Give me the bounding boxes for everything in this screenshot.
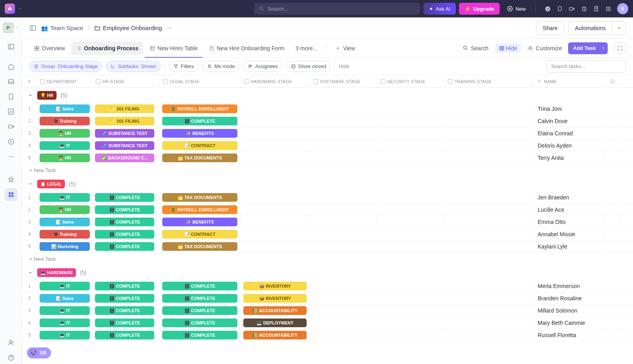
cell-training-stage[interactable] [445,127,534,139]
cell-security-stage[interactable] [377,127,445,139]
tab-overview[interactable]: Overview [29,42,70,55]
status-tag[interactable]: 💻 IT [40,318,90,327]
cell-software-stage[interactable] [310,317,377,329]
cell-training-stage[interactable] [445,305,534,317]
cell-training-stage[interactable] [445,204,534,216]
status-tag[interactable]: 📁 201 FILING [95,117,154,125]
status-tag[interactable]: 🗂️ TAX DOCUMENTS [162,193,237,202]
automations-caret[interactable] [612,21,626,35]
status-tag[interactable]: 🗂️ TAX DOCUMENTS [162,242,237,251]
status-tag[interactable]: ✨ BENEFITS [162,218,237,226]
tab-onboarding-process[interactable]: Onboarding Process [71,42,143,55]
cell-hr-stage[interactable]: 🗄️ COMPLETE [93,204,160,216]
hide-filters-button[interactable]: Hide [339,63,349,69]
tab-new-hires-table[interactable]: New Hires Table [145,39,203,58]
cell-department[interactable]: 👩‍💼 HR [37,127,93,139]
favorites-icon[interactable] [5,173,17,186]
cell-security-stage[interactable] [377,103,445,115]
col-hr-stage[interactable]: HR STAGE [93,75,160,87]
cell-hr-stage[interactable]: 🗄️ COMPLETE [93,292,160,304]
status-tag[interactable]: 💻 IT [40,331,90,339]
cell-hr-stage[interactable]: 🗄️ COMPLETE [93,216,160,228]
cell-hr-stage[interactable]: 🗄️ COMPLETE [93,228,160,240]
status-tag[interactable]: 💻 IT [40,141,90,150]
table-row[interactable]: 2 👩‍💼 HR 🗄️ COMPLETE 💲 PAYROLL ENROLLMEN… [22,204,633,216]
status-tag[interactable]: 🎓 Training [40,230,90,239]
table-row[interactable]: 5 📊 Marketing 🗄️ COMPLETE 🗂️ TAX DOCUMEN… [22,241,633,253]
status-tag[interactable]: 🗄️ COMPLETE [95,230,154,239]
cell-name[interactable]: Russell Floretta [534,329,605,341]
cell-training-stage[interactable] [445,216,534,228]
status-tag[interactable]: 🗄️ COMPLETE [95,193,154,202]
cell-hr-stage[interactable]: 📁 201 FILING [93,115,160,127]
tab-more[interactable]: 3 more... [291,42,322,55]
status-tag[interactable]: 🗄️ COMPLETE [162,306,237,315]
more-icon[interactable] [5,150,17,163]
cell-name[interactable]: Annabel Missie [534,228,605,240]
check-circle-icon[interactable] [544,6,551,12]
cell-software-stage[interactable] [310,228,377,240]
inbox-icon[interactable] [5,75,17,88]
cell-hardware-stage[interactable] [241,216,310,228]
status-tag[interactable]: 🗄️ COMPLETE [95,331,154,339]
chevron-down-icon[interactable] [28,93,33,98]
cell-hr-stage[interactable]: 🗄️ COMPLETE [93,305,160,317]
status-tag[interactable]: 🎓 Training [40,117,90,125]
cell-name[interactable]: Merla Emmerson [534,280,605,292]
status-tag[interactable]: 📗 ACCOUNTABILITY [243,306,307,315]
cell-hardware-stage[interactable] [241,241,310,252]
cell-hardware-stage[interactable]: 📗 ACCOUNTABILITY [241,329,310,341]
cell-hardware-stage[interactable]: 📦 INVENTORY [241,292,310,304]
new-task-button[interactable]: + New Task [22,164,633,176]
add-view-button[interactable]: View [330,42,360,55]
onboarding-progress[interactable]: 🚀 1/5 [27,347,51,358]
new-button[interactable]: New [503,3,530,15]
status-tag[interactable]: 🗄️ COMPLETE [95,205,154,214]
cell-hr-stage[interactable]: 🧪 SUBSTANCE TEST [93,140,160,152]
cell-security-stage[interactable] [377,191,445,203]
table-row[interactable]: 2 📝 Sales 🗄️ COMPLETE 🗄️ COMPLETE 📦 INVE… [22,292,633,305]
status-tag[interactable]: 💻 DEPLOYMENT [243,318,307,327]
table-row[interactable]: 5 💻 IT 🗄️ COMPLETE 🗄️ COMPLETE 📗 ACCOUNT… [22,329,633,341]
cell-security-stage[interactable] [377,115,445,127]
cell-training-stage[interactable] [445,317,534,329]
group-header[interactable]: 💻 HARDWARE (5) [22,265,633,280]
cell-legal-stage[interactable]: 📝 CONTRACT [160,228,241,240]
cell-hr-stage[interactable]: 🗄️ COMPLETE [93,317,160,329]
cell-department[interactable]: 💻 IT [37,317,93,329]
table-row[interactable]: 2 🎓 Training 📁 201 FILING 🗄️ COMPLETE Ca… [22,115,633,127]
cell-software-stage[interactable] [310,241,377,252]
upgrade-button[interactable]: ⚡ Upgrade [459,3,500,15]
cell-department[interactable]: 👩‍💼 HR [37,152,93,164]
status-tag[interactable]: 📁 201 FILING [95,104,154,113]
cell-security-stage[interactable] [377,305,445,317]
home-icon[interactable] [5,60,17,73]
cell-legal-stage[interactable]: 🗂️ TAX DOCUMENTS [160,241,241,252]
status-tag[interactable]: 🧪 SUBSTANCE TEST [95,141,154,150]
chevron-down-icon[interactable] [28,181,33,187]
expand-icon[interactable] [614,42,626,54]
add-task-caret[interactable] [598,42,608,54]
cell-security-stage[interactable] [377,280,445,292]
status-tag[interactable]: 📝 Sales [40,218,90,226]
cell-training-stage[interactable] [445,280,534,292]
status-tag[interactable]: 📝 Sales [40,104,90,113]
cell-name[interactable]: Mary Beth Cammie [534,317,605,329]
cell-training-stage[interactable] [445,115,534,127]
me-mode-chip[interactable]: Me mode [203,61,239,72]
ask-ai-button[interactable]: ✦ Ask AI [423,3,456,15]
table-row[interactable]: 4 💻 IT 🧪 SUBSTANCE TEST 📝 CONTRACT Delor… [22,140,633,152]
automations-button[interactable]: Automations [568,21,612,35]
cell-legal-stage[interactable]: ✨ BENEFITS [160,127,241,139]
clipboard-icon[interactable] [557,6,563,12]
cell-hr-stage[interactable]: 🗄️ COMPLETE [93,280,160,292]
status-tag[interactable]: 🗄️ COMPLETE [162,282,237,290]
status-tag[interactable]: 📝 Sales [40,294,90,303]
col-software-stage[interactable]: SOFTWARE STAGE [310,75,377,87]
crumb-space[interactable]: 👥Team Space [41,25,83,31]
cell-legal-stage[interactable]: 🗄️ COMPLETE [160,292,241,304]
chevron-down-icon[interactable] [18,7,22,11]
table-row[interactable]: 3 📝 Sales 🗄️ COMPLETE ✨ BENEFITS Emma Ot… [22,216,633,228]
cell-hardware-stage[interactable] [241,115,310,127]
status-tag[interactable]: 🗄️ COMPLETE [162,117,237,125]
